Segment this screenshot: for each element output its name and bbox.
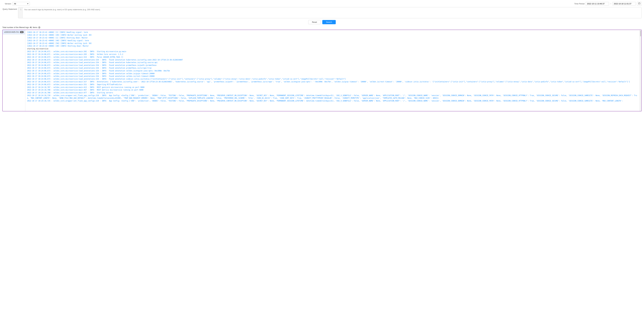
version-label: Version (2, 3, 11, 5)
log-results-container: v220215-0425-i7nt 41 [2022-10-17 10:23:4… (2, 30, 642, 111)
pod-column: v220215-0425-i7nt 41 (3, 30, 25, 111)
filter-count-unit: Items (33, 26, 38, 28)
log-line: 2022-10-17 10:24:08,671 - seldon_core.mi… (27, 50, 638, 53)
time-period-wrapper: Time Period ~ (574, 2, 642, 6)
log-line: 2022-10-17 10:24:08,673 - seldon_core.mi… (27, 59, 638, 61)
log-line: 2022-10-17 10:24:10,707 - seldon_core.mi… (27, 86, 638, 89)
reset-button[interactable]: Reset (308, 20, 320, 24)
log-line: [2022-10-17 10:23:41 +0000] [1] [INFO] H… (27, 31, 638, 34)
version-select[interactable]: Allv1v2 (12, 2, 30, 5)
log-line: 2022-10-17 10:24:08,673 - seldon_core.mi… (27, 64, 638, 67)
time-start-input[interactable] (586, 2, 609, 5)
log-line: 2022-10-17 10:24:10,725 - seldon_core.wr… (27, 100, 638, 102)
log-line: 2022-10-17 10:24:08,673 - seldon_core.mi… (27, 83, 638, 86)
log-line: 2022-10-17 10:24:08,673 - seldon_core.mi… (27, 56, 638, 58)
time-end-input[interactable] (612, 2, 636, 5)
pod-name: v220215-0425-i7nt (4, 31, 19, 33)
top-form-row: Version Allv1v2 Time Period ~ (2, 2, 642, 6)
log-line: [2022-10-17 10:23:42 +0000] [1] [INFO] S… (27, 37, 638, 39)
pod-count: 41 (20, 31, 24, 33)
log-line: [2022-10-17 10:23:42 +0000] [40] [INFO] … (27, 39, 638, 42)
log-line: 2022-10-17 10:24:08,673 - seldon_core.mi… (27, 61, 638, 64)
action-row: Reset Search (2, 20, 642, 24)
log-line: [2022-10-17 10:23:42 +0000] [49] [INFO] … (27, 34, 638, 36)
query-line-numbers: 1 (18, 7, 23, 18)
scroll-thumb (640, 30, 641, 36)
log-line: 2022-10-17 10:24:10,720 - seldon_core.wr… (27, 94, 638, 99)
log-line: 2022-10-17 10:24:08,673 - seldon_core.mi… (27, 75, 638, 78)
query-textarea[interactable] (23, 7, 642, 18)
log-line: 2022-10-17 10:24:08,673 - seldon_core.mi… (27, 72, 638, 75)
log-line: 2022-10-17 10:24:08,673 - seldon_core.mi… (27, 67, 638, 69)
query-label: Query Statement (2, 7, 17, 10)
log-line: 2022-10-17 10:24:08,673 - seldon_core.mi… (27, 81, 638, 83)
query-row: Query Statement 1 (2, 7, 642, 18)
log-line: 2022-10-17 10:24:08,671 - seldon_core.mi… (27, 53, 638, 56)
scroll-indicator[interactable] (640, 30, 641, 111)
info-icon[interactable]: i (38, 26, 40, 28)
filter-count-row: Total number of the filtered logs 41 Ite… (2, 26, 642, 28)
version-wrapper: Version Allv1v2 (2, 2, 30, 5)
time-period-label: Time Period (574, 3, 584, 5)
log-line: 2022-10-17 10:24:10,708 - seldon_core.mi… (27, 91, 638, 94)
pod-item[interactable]: v220215-0425-i7nt 41 (3, 30, 25, 34)
calendar-button[interactable] (637, 2, 642, 6)
svg-rect-0 (638, 3, 640, 4)
log-line: 2022-10-17 10:24:10,708 - seldon_core.mi… (27, 89, 638, 91)
search-button[interactable]: Search (322, 20, 336, 24)
log-line: 2022-10-17 10:24:08,673 - seldon_core.mi… (27, 78, 638, 80)
query-editor: 1 (18, 7, 642, 18)
filter-count-label: Total number of the filtered logs (2, 26, 29, 28)
log-line: starting microservice (27, 47, 638, 50)
time-separator: ~ (610, 3, 611, 5)
log-content[interactable]: [2022-10-17 10:23:41 +0000] [1] [INFO] H… (25, 30, 640, 111)
page-container: Version Allv1v2 Time Period ~ Query Stat… (0, 0, 644, 113)
log-line: 2022-10-17 10:24:08,673 - seldon_core.mi… (27, 70, 638, 72)
log-line: [2022-10-17 10:23:42 +0000] [50] [INFO] … (27, 42, 638, 45)
filter-count-number: 41 (30, 26, 32, 28)
log-line: [2022-10-17 10:23:42 +0000] [40] [INFO] … (27, 45, 638, 47)
